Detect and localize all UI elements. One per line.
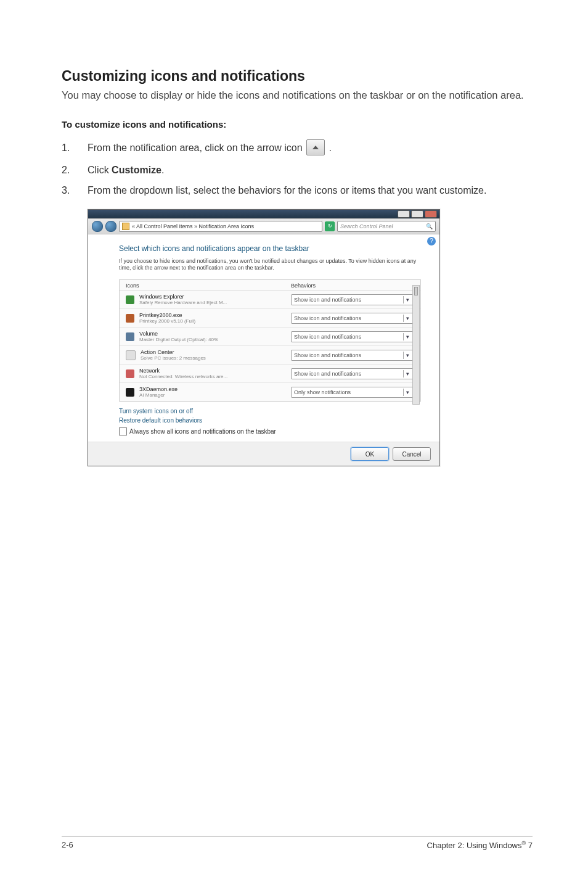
step-2: Click Customize.	[62, 163, 533, 177]
folder-icon	[122, 223, 129, 230]
help-icon[interactable]: ?	[427, 237, 436, 245]
address-bar-row: « All Control Panel Items » Notification…	[88, 218, 439, 234]
step-2-text-b: .	[161, 165, 164, 175]
window-description: If you choose to hide icons and notifica…	[119, 258, 421, 272]
window-heading: Select which icons and notifications app…	[119, 244, 421, 253]
table-row: Volume Master Digital Output (Optical): …	[120, 328, 420, 346]
app-icon	[126, 314, 134, 323]
link-turn-system-icons[interactable]: Turn system icons on or off	[119, 408, 421, 415]
row-name: Network	[139, 368, 291, 374]
header-behaviors: Behaviors	[291, 283, 414, 289]
breadcrumb[interactable]: « All Control Panel Items » Notification…	[119, 221, 322, 232]
behavior-dropdown[interactable]: Show icon and notifications ▾	[291, 331, 414, 342]
links-section: Turn system icons on or off Restore defa…	[119, 408, 421, 424]
behavior-dropdown[interactable]: Show icon and notifications ▾	[291, 313, 414, 324]
row-sub: Solve PC issues: 2 messages	[141, 355, 291, 361]
step-1-text-a: From the notification area, click on the…	[88, 143, 305, 154]
checkbox-label: Always show all icons and notifications …	[129, 428, 276, 435]
app-icon	[126, 350, 136, 360]
behavior-value: Show icon and notifications	[294, 371, 361, 377]
row-name: 3XDaemon.exe	[139, 386, 291, 392]
minimize-button[interactable]	[398, 210, 410, 218]
step-1-text-b: .	[329, 143, 332, 154]
window-controls	[398, 210, 437, 218]
row-name: Printkey2000.exe	[139, 312, 291, 318]
nav-back-button[interactable]	[92, 221, 103, 232]
behavior-dropdown[interactable]: Show icon and notifications ▾	[291, 294, 414, 305]
row-sub: Printkey 2000 v5.10 (Full)	[139, 318, 291, 324]
maximize-button[interactable]	[411, 210, 423, 218]
chevron-down-icon: ▾	[403, 333, 411, 340]
header-icons: Icons	[126, 283, 291, 289]
document-page: Customizing icons and notifications You …	[0, 0, 588, 887]
app-icon	[126, 295, 134, 304]
table-row: Windows Explorer Safely Remove Hardware …	[120, 291, 420, 309]
behavior-dropdown[interactable]: Show icon and notifications ▾	[291, 350, 414, 361]
search-input[interactable]: Search Control Panel 🔍	[337, 221, 436, 232]
chapter-label: Chapter 2: Using Windows® 7	[427, 840, 533, 850]
table-row: 3XDaemon.exe AI Manager Only show notifi…	[120, 383, 420, 401]
page-footer: 2-6 Chapter 2: Using Windows® 7	[62, 836, 533, 850]
behavior-value: Show icon and notifications	[294, 297, 361, 303]
ok-button[interactable]: OK	[351, 447, 389, 461]
step-3: From the dropdown list, select the behav…	[62, 183, 533, 197]
row-sub: Safely Remove Hardware and Eject M...	[139, 300, 291, 305]
chevron-down-icon: ▾	[403, 296, 411, 303]
procedure-subhead: To customize icons and notifications:	[62, 119, 533, 130]
row-name: Volume	[139, 331, 291, 337]
chapter-text: Chapter 2: Using Windows	[427, 841, 522, 850]
intro-paragraph: You may choose to display or hide the ic…	[62, 88, 533, 102]
ok-label: OK	[365, 451, 374, 458]
close-button[interactable]	[425, 210, 437, 218]
row-name: Windows Explorer	[139, 294, 291, 300]
checkbox-icon[interactable]	[119, 427, 127, 435]
step-2-bold: Customize	[112, 165, 161, 175]
address-extras: ↻	[325, 221, 335, 231]
steps-list: From the notification area, click on the…	[62, 141, 533, 197]
table-row: Network Not Connected: Wireless networks…	[120, 365, 420, 383]
behavior-dropdown[interactable]: Only show notifications ▾	[291, 387, 414, 398]
nav-forward-button[interactable]	[105, 221, 116, 232]
search-icon: 🔍	[426, 223, 433, 229]
breadcrumb-text: « All Control Panel Items » Notification…	[132, 223, 254, 229]
link-restore-defaults[interactable]: Restore default icon behaviors	[119, 417, 421, 424]
row-sub: AI Manager	[139, 392, 291, 398]
search-placeholder: Search Control Panel	[340, 223, 393, 229]
chevron-down-icon: ▾	[403, 370, 411, 377]
chevron-down-icon: ▾	[403, 389, 411, 396]
behavior-dropdown[interactable]: Show icon and notifications ▾	[291, 368, 414, 379]
window-titlebar	[88, 210, 439, 218]
chapter-num: 7	[526, 841, 533, 850]
dialog-buttons: OK Cancel	[88, 442, 439, 466]
app-icon	[126, 369, 134, 378]
step-3-text: From the dropdown list, select the behav…	[88, 183, 533, 197]
vertical-scrollbar[interactable]	[412, 285, 420, 405]
window-body: ? Select which icons and notifications a…	[88, 234, 439, 442]
page-number: 2-6	[62, 840, 73, 850]
step-1: From the notification area, click on the…	[62, 141, 533, 157]
behavior-value: Only show notifications	[294, 389, 351, 395]
table-row: Printkey2000.exe Printkey 2000 v5.10 (Fu…	[120, 309, 420, 328]
behavior-value: Show icon and notifications	[294, 315, 361, 321]
row-sub: Not Connected: Wireless networks are...	[139, 374, 291, 379]
arrow-up-icon	[306, 139, 325, 155]
refresh-icon[interactable]: ↻	[325, 221, 335, 231]
chevron-down-icon: ▾	[403, 315, 411, 322]
step-2-text-a: Click	[88, 165, 112, 175]
cancel-label: Cancel	[402, 451, 421, 458]
cancel-button[interactable]: Cancel	[393, 447, 431, 461]
row-sub: Master Digital Output (Optical): 40%	[139, 337, 291, 342]
chevron-down-icon: ▾	[403, 352, 411, 359]
page-heading: Customizing icons and notifications	[62, 68, 533, 85]
icons-table: Icons Behaviors Windows Explorer Safely …	[119, 279, 421, 402]
behavior-value: Show icon and notifications	[294, 334, 361, 340]
app-icon	[126, 332, 134, 341]
table-header: Icons Behaviors	[120, 280, 420, 291]
row-name: Action Center	[141, 349, 291, 355]
table-row: Action Center Solve PC issues: 2 message…	[120, 346, 420, 365]
behavior-value: Show icon and notifications	[294, 352, 361, 358]
notification-area-icons-window: « All Control Panel Items » Notification…	[88, 209, 440, 466]
always-show-checkbox-row[interactable]: Always show all icons and notifications …	[119, 427, 421, 435]
app-icon	[126, 388, 134, 397]
